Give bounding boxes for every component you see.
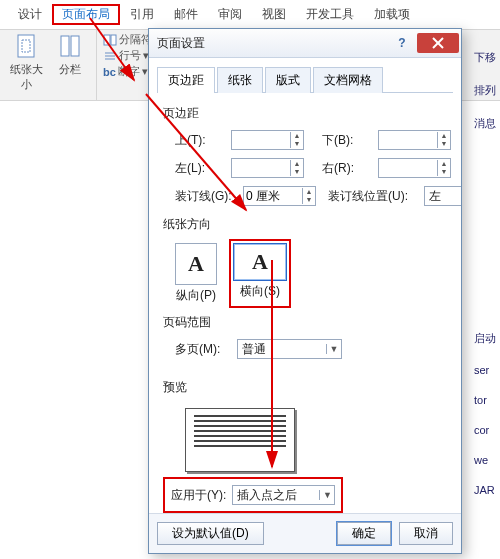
orientation-header: 纸张方向 (163, 216, 451, 233)
gutter-input[interactable]: ▲▼ (243, 186, 316, 206)
top-margin-label: 上(T): (175, 132, 225, 149)
columns-button[interactable]: 分栏 (50, 32, 90, 92)
dialog-titlebar[interactable]: 页面设置 ? (149, 29, 461, 58)
help-button[interactable]: ? (389, 33, 415, 53)
orientation-landscape[interactable]: A 横向(S) (233, 243, 287, 304)
cancel-button[interactable]: 取消 (399, 522, 453, 545)
breaks-icon (103, 34, 117, 46)
ribbon-tab-review[interactable]: 审阅 (208, 4, 252, 25)
ribbon-tab-references[interactable]: 引用 (120, 4, 164, 25)
margins-header: 页边距 (163, 105, 451, 122)
svg-rect-5 (111, 35, 116, 45)
portrait-label: 纵向(P) (176, 287, 216, 304)
dialog-body: 页边距 上(T): ▲▼ 下(B): ▲▼ 左(L): ▲▼ 右(R): ▲▼ … (149, 93, 461, 513)
apply-to-row: 应用于(Y): 插入点之后▼ (167, 481, 339, 509)
ribbon-tab-mail[interactable]: 邮件 (164, 4, 208, 25)
left-margin-input[interactable]: ▲▼ (231, 158, 304, 178)
ribbon-tab-design[interactable]: 设计 (8, 4, 52, 25)
ribbon-group-page: 纸张大小 分栏 (0, 30, 97, 100)
apply-to-label: 应用于(Y): (171, 487, 226, 504)
gutter-label: 装订线(G): (175, 188, 237, 205)
ribbon-tab-pagelayout[interactable]: 页面布局 (52, 4, 120, 25)
preview-header: 预览 (163, 379, 451, 396)
multi-label: 多页(M): (175, 341, 231, 358)
right-margin-input[interactable]: ▲▼ (378, 158, 451, 178)
orientation-portrait[interactable]: A 纵向(P) (175, 243, 217, 304)
paper-size-button[interactable]: 纸张大小 (6, 32, 46, 92)
bottom-margin-label: 下(B): (322, 132, 372, 149)
tab-grid[interactable]: 文档网格 (313, 67, 383, 93)
paper-size-icon (16, 34, 36, 58)
ribbon-tab-dev[interactable]: 开发工具 (296, 4, 364, 25)
hyphen-icon: bc (103, 66, 116, 78)
tab-paper[interactable]: 纸张 (217, 67, 263, 93)
landscape-icon: A (233, 243, 287, 281)
preview-page-icon (185, 408, 295, 472)
multi-combo[interactable]: 普通▼ (237, 339, 342, 359)
ribbon-tabs: 设计 页面布局 引用 邮件 审阅 视图 开发工具 加载项 (0, 0, 500, 29)
close-icon (432, 37, 444, 49)
tab-margins[interactable]: 页边距 (157, 67, 215, 93)
svg-rect-3 (71, 36, 79, 56)
bottom-margin-input[interactable]: ▲▼ (378, 130, 451, 150)
right-strip: 下移 排列 消息 启动 ser tor cor we JAR (474, 32, 500, 514)
dialog-title: 页面设置 (157, 35, 205, 52)
paper-size-label: 纸张大小 (6, 62, 46, 92)
ribbon-tab-addons[interactable]: 加载项 (364, 4, 420, 25)
close-button[interactable] (417, 33, 459, 53)
linenum-icon (103, 50, 117, 62)
svg-rect-2 (61, 36, 69, 56)
preview-area (175, 404, 305, 475)
svg-rect-4 (104, 35, 110, 45)
apply-to-combo[interactable]: 插入点之后▼ (232, 485, 335, 505)
gutter-pos-label: 装订线位置(U): (328, 188, 418, 205)
ok-button[interactable]: 确定 (337, 522, 391, 545)
columns-icon (60, 34, 80, 58)
pages-header: 页码范围 (163, 314, 451, 331)
ribbon-tab-view[interactable]: 视图 (252, 4, 296, 25)
dialog-footer: 设为默认值(D) 确定 取消 (149, 513, 461, 553)
gutter-pos-combo[interactable]: 左▼ (424, 186, 461, 206)
left-margin-label: 左(L): (175, 160, 225, 177)
landscape-label: 横向(S) (240, 283, 280, 300)
columns-label: 分栏 (59, 62, 81, 77)
set-default-button[interactable]: 设为默认值(D) (157, 522, 264, 545)
tab-layout[interactable]: 版式 (265, 67, 311, 93)
right-margin-label: 右(R): (322, 160, 372, 177)
page-setup-dialog: 页面设置 ? 页边距 纸张 版式 文档网格 页边距 上(T): ▲▼ 下(B):… (148, 28, 462, 554)
top-margin-input[interactable]: ▲▼ (231, 130, 304, 150)
svg-rect-0 (18, 35, 34, 57)
dialog-tabs: 页边距 纸张 版式 文档网格 (157, 66, 453, 93)
portrait-icon: A (175, 243, 217, 285)
